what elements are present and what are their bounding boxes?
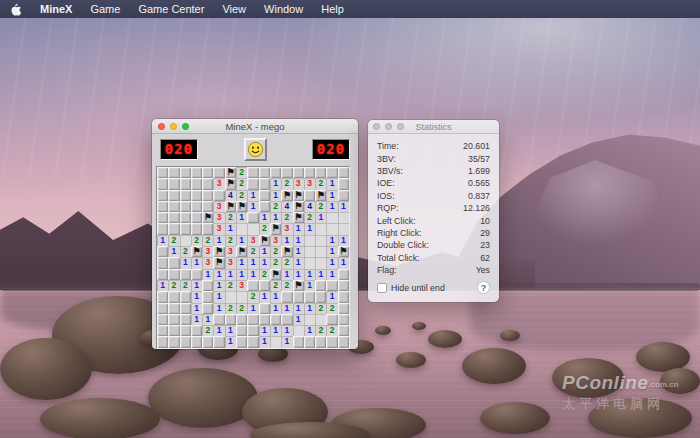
cell[interactable]: 2	[180, 280, 191, 291]
cell[interactable]: 2	[225, 212, 236, 223]
help-button[interactable]: ?	[477, 281, 490, 294]
cell[interactable]	[338, 325, 349, 336]
cell[interactable]	[326, 223, 337, 234]
menu-item-minex[interactable]: MineX	[31, 3, 81, 15]
cell[interactable]	[293, 167, 304, 178]
cell[interactable]: 1	[281, 336, 292, 347]
cell[interactable]	[180, 212, 191, 223]
cell[interactable]	[315, 167, 326, 178]
cell[interactable]: ⚑	[225, 167, 236, 178]
cell[interactable]	[315, 280, 326, 291]
cell[interactable]: 1	[191, 291, 202, 302]
cell[interactable]	[202, 291, 213, 302]
cell[interactable]: 1	[157, 235, 168, 246]
cell[interactable]	[315, 246, 326, 257]
cell[interactable]	[157, 190, 168, 201]
cell[interactable]	[259, 314, 270, 325]
cell[interactable]: ⚑	[213, 246, 224, 257]
cell[interactable]: 2	[180, 246, 191, 257]
cell[interactable]	[304, 246, 315, 257]
cell[interactable]	[168, 269, 179, 280]
cell[interactable]: 1	[191, 314, 202, 325]
cell[interactable]: 1	[180, 257, 191, 268]
cell[interactable]	[180, 291, 191, 302]
cell[interactable]: 1	[326, 235, 337, 246]
hide-until-end-option[interactable]: Hide until end	[377, 283, 445, 293]
cell[interactable]: 1	[326, 178, 337, 189]
cell[interactable]: 1	[247, 257, 258, 268]
cell[interactable]	[157, 269, 168, 280]
cell[interactable]	[270, 167, 281, 178]
cell[interactable]: 1	[213, 291, 224, 302]
cell[interactable]	[236, 291, 247, 302]
cell[interactable]: 3	[225, 246, 236, 257]
cell[interactable]: 1	[259, 291, 270, 302]
cell[interactable]: 1	[213, 325, 224, 336]
cell[interactable]: 1	[247, 201, 258, 212]
cell[interactable]: 2	[315, 201, 326, 212]
cell[interactable]	[338, 303, 349, 314]
cell[interactable]: 2	[270, 257, 281, 268]
cell[interactable]: 1	[259, 257, 270, 268]
cell[interactable]: 1	[293, 223, 304, 234]
cell[interactable]	[180, 269, 191, 280]
cell[interactable]: 1	[247, 303, 258, 314]
cell[interactable]: 1	[293, 257, 304, 268]
cell[interactable]	[168, 325, 179, 336]
cell[interactable]: 1	[293, 269, 304, 280]
cell[interactable]	[213, 314, 224, 325]
cell[interactable]: 2	[304, 212, 315, 223]
cell[interactable]	[191, 201, 202, 212]
cell[interactable]	[293, 291, 304, 302]
cell[interactable]: ⚑	[202, 212, 213, 223]
cell[interactable]: 2	[168, 280, 179, 291]
cell[interactable]	[247, 325, 258, 336]
cell[interactable]	[338, 336, 349, 347]
cell[interactable]: 1	[293, 303, 304, 314]
cell[interactable]: 1	[236, 257, 247, 268]
cell[interactable]: ⚑	[225, 201, 236, 212]
cell[interactable]: 1	[304, 303, 315, 314]
cell[interactable]	[157, 212, 168, 223]
cell[interactable]	[157, 223, 168, 234]
cell[interactable]: 1	[213, 235, 224, 246]
cell[interactable]	[247, 167, 258, 178]
cell[interactable]	[202, 303, 213, 314]
cell[interactable]	[270, 336, 281, 347]
cell[interactable]	[259, 167, 270, 178]
cell[interactable]: 1	[326, 190, 337, 201]
cell[interactable]: ⚑	[270, 269, 281, 280]
cell[interactable]	[168, 314, 179, 325]
apple-menu-icon[interactable]	[10, 3, 21, 16]
cell[interactable]: 1	[281, 325, 292, 336]
cell[interactable]: 1	[326, 246, 337, 257]
cell[interactable]: 3	[281, 223, 292, 234]
cell[interactable]	[180, 303, 191, 314]
smiley-reset-button[interactable]	[244, 138, 267, 161]
cell[interactable]	[191, 167, 202, 178]
cell[interactable]: 2	[315, 325, 326, 336]
cell[interactable]	[304, 291, 315, 302]
cell[interactable]	[326, 212, 337, 223]
cell[interactable]	[247, 280, 258, 291]
cell[interactable]	[202, 280, 213, 291]
cell[interactable]	[338, 212, 349, 223]
cell[interactable]: 1	[293, 246, 304, 257]
cell[interactable]	[315, 291, 326, 302]
cell[interactable]: 3	[213, 201, 224, 212]
cell[interactable]: 3	[213, 223, 224, 234]
cell[interactable]: 1	[304, 269, 315, 280]
cell[interactable]: 2	[236, 178, 247, 189]
cell[interactable]: 4	[281, 201, 292, 212]
cell[interactable]	[270, 314, 281, 325]
cell[interactable]: 2	[225, 303, 236, 314]
cell[interactable]: 3	[225, 257, 236, 268]
menu-item-window[interactable]: Window	[255, 3, 312, 15]
cell[interactable]	[315, 223, 326, 234]
cell[interactable]: 2	[259, 269, 270, 280]
cell[interactable]	[180, 223, 191, 234]
cell[interactable]: 1	[191, 303, 202, 314]
cell[interactable]: 1	[281, 235, 292, 246]
cell[interactable]	[168, 201, 179, 212]
stats-title-bar[interactable]: Statistics	[368, 120, 499, 134]
